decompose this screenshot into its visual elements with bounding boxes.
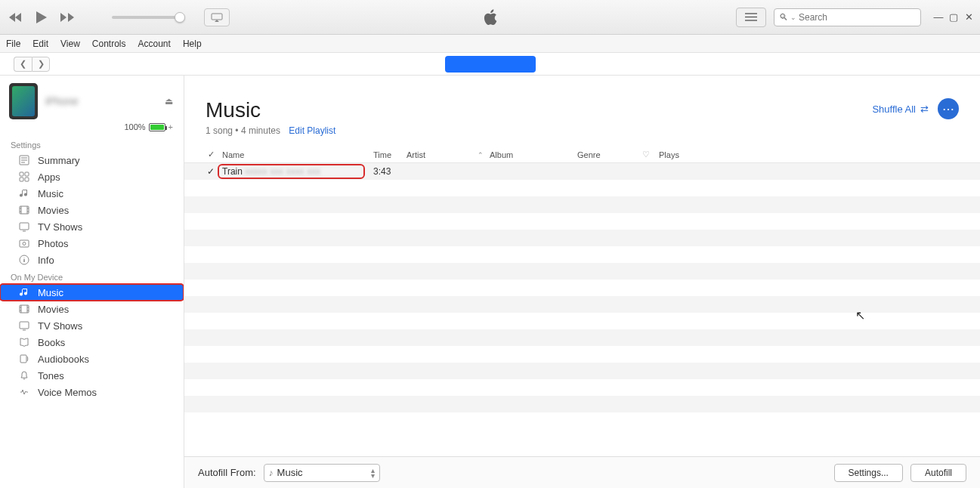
sidebar-header-settings: Settings [0,136,184,152]
col-name[interactable]: Name [222,150,373,159]
menu-help[interactable]: Help [183,39,202,49]
sidebar-item-tv-shows[interactable]: TV Shows [0,218,184,235]
device-thumbnail [9,83,38,119]
device-name: iPhone [45,95,79,107]
search-input[interactable]: 🔍︎ ⌄ [774,8,921,26]
svg-rect-2 [20,172,23,176]
svg-rect-12 [20,322,29,329]
sidebar-item-label: Audiobooks [38,354,89,365]
table-row[interactable]: ✓Trainxxxxx xxx xxxx xxx3:43 [184,163,980,180]
sidebar-item-books[interactable]: Books [0,334,184,351]
sidebar-item-label: Voice Memos [38,387,97,398]
col-time[interactable]: Time [373,150,407,159]
table-row[interactable] [184,213,980,230]
col-album[interactable]: Album [490,150,577,159]
table-row[interactable] [184,396,980,412]
table-row[interactable] [184,412,980,429]
sidebar-item-label: Books [38,337,65,348]
maximize-button[interactable]: ▢ [948,11,959,23]
sidebar-item-apps[interactable]: Apps [0,168,184,185]
svg-rect-4 [20,178,23,181]
updown-icon: ▴▾ [371,468,375,478]
svg-rect-0 [212,14,222,20]
table-row[interactable] [184,363,980,379]
sidebar-item-music[interactable]: Music [0,284,184,301]
sidebar-item-music[interactable]: Music [0,185,184,202]
sidebar-item-summary[interactable]: Summary [0,152,184,168]
play-button[interactable] [33,9,50,26]
eject-icon[interactable]: ⏏ [165,96,173,107]
back-button[interactable]: ❮ [14,57,32,72]
more-button[interactable]: ⋯ [938,98,959,119]
table-row[interactable] [184,180,980,196]
menu-account[interactable]: Account [138,39,171,49]
col-plays[interactable]: Plays [659,150,704,159]
autofill-source-select[interactable]: ♪ Music ▴▾ [264,464,380,482]
list-view-button[interactable] [736,8,766,27]
svg-point-9 [23,242,26,246]
battery-percent: 100% [124,122,145,131]
table-row[interactable] [184,263,980,280]
edit-playlist-link[interactable]: Edit Playlist [289,125,335,136]
sidebar-item-tv-shows[interactable]: TV Shows [0,317,184,334]
books-icon [18,337,30,347]
sidebar-header-device: On My Device [0,268,184,284]
sidebar-item-voice-memos[interactable]: Voice Memos [0,384,184,400]
music-icon [18,287,30,298]
chevron-down-icon: ⌄ [790,14,796,21]
settings-button[interactable]: Settings... [834,464,903,482]
nav-center-pill[interactable] [445,56,536,73]
sidebar-item-photos[interactable]: Photos [0,235,184,252]
table-row[interactable] [184,346,980,363]
sort-asc-icon: ⌃ [478,151,484,159]
autofill-button[interactable]: Autofill [910,464,966,482]
footer: Autofill From: ♪ Music ▴▾ Settings... Au… [184,456,980,488]
autofill-label: Autofill From: [198,467,256,478]
page-title: Music [206,98,335,122]
menu-view[interactable]: View [60,39,80,49]
table-row[interactable] [184,296,980,313]
table-row[interactable] [184,313,980,329]
svg-rect-13 [20,355,26,363]
sidebar-item-label: TV Shows [38,320,82,332]
menu-file[interactable]: File [6,39,20,49]
col-check[interactable]: ✓ [206,150,222,159]
sidebar-item-movies[interactable]: Movies [0,301,184,317]
sidebar-item-tones[interactable]: Tones [0,367,184,384]
song-name: Train [222,166,243,177]
close-button[interactable]: ✕ [963,11,974,23]
menu-controls[interactable]: Controls [92,39,126,49]
tv-icon [18,320,30,331]
table-row[interactable] [184,246,980,263]
sidebar-item-label: Photos [38,238,68,249]
page-subtitle: 1 song • 4 minutes Edit Playlist [206,125,335,136]
device-header[interactable]: iPhone ⏏ [0,76,184,122]
col-genre[interactable]: Genre [577,150,642,159]
summary-icon [18,155,30,165]
shuffle-all-button[interactable]: Shuffle All ⇄ [872,103,929,115]
col-artist[interactable]: Artist⌃ [407,150,490,159]
table-row[interactable] [184,329,980,346]
table-row[interactable] [184,196,980,213]
toolbar: 🔍︎ ⌄ — ▢ ✕ [0,0,980,35]
music-icon [18,188,30,199]
table-row[interactable] [184,230,980,246]
table-row[interactable] [184,379,980,396]
sidebar-item-movies[interactable]: Movies [0,202,184,218]
col-heart[interactable]: ♡ [642,150,659,159]
sidebar-item-label: TV Shows [38,221,82,233]
menu-edit[interactable]: Edit [32,39,48,49]
table-header: ✓ Name Time Artist⌃ Album Genre ♡ Plays [184,147,980,163]
forward-button[interactable]: ❯ [32,57,50,72]
minimize-button[interactable]: — [933,11,944,23]
sidebar: iPhone ⏏ 100% + Settings SummaryAppsMusi… [0,76,184,488]
airplay-button[interactable] [204,8,230,26]
previous-button[interactable] [8,9,24,26]
movies-icon [18,205,30,215]
volume-slider[interactable] [112,16,180,19]
sidebar-item-info[interactable]: Info [0,252,184,268]
next-button[interactable] [59,9,76,26]
sidebar-item-audiobooks[interactable]: Audiobooks [0,351,184,367]
table-row[interactable] [184,280,980,296]
sidebar-item-label: Music [38,188,63,199]
